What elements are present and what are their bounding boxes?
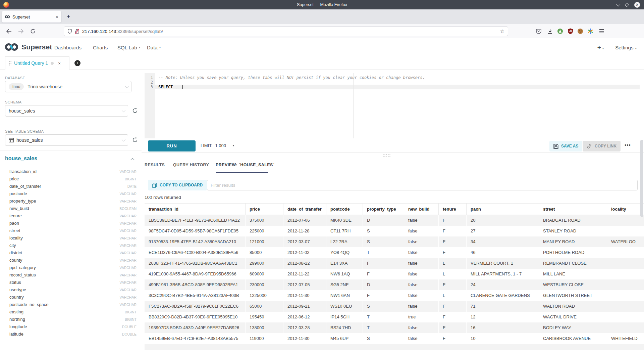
table-row[interactable]: 98F5DC47-0D05-4D59-95B7-98CA6F1FDE052250…	[145, 226, 644, 236]
settings-menu[interactable]: Settings▾	[615, 45, 637, 50]
schema-column-row[interactable]: record_statusVARCHAR	[0, 271, 142, 279]
browser-tab-close-icon[interactable]: ×	[56, 14, 58, 19]
table-header-cell[interactable]: locality	[607, 204, 644, 215]
schema-column-row[interactable]: transaction_idVARCHAR	[0, 168, 142, 175]
add-new-button[interactable]: +▾	[597, 44, 604, 51]
copy-to-clipboard-button[interactable]: COPY TO CLIPBOARD	[148, 180, 207, 190]
table-row[interactable]: 193907D3-5DBD-453D-A49E-9FEE27DAB9261380…	[145, 322, 644, 333]
schema-column-row[interactable]: localityVARCHAR	[0, 234, 142, 242]
window-maximize-icon[interactable]	[625, 3, 629, 7]
schema-column-row[interactable]: countryVARCHAR	[0, 294, 142, 301]
table-row[interactable]: 91370533-19F5-47FE-B142-A380A8ADA2101210…	[145, 236, 644, 247]
table-row[interactable]: 2636F323-FF41-4765-81DB-98CAA6A43BC12990…	[145, 258, 644, 269]
schema-column-row[interactable]: date_of_transferDATE	[0, 183, 142, 190]
schema-column-row[interactable]: northingBIGINT	[0, 316, 142, 323]
schema-sidebar: DATABASE trino Trino warehouse SCHEMA ho…	[0, 70, 142, 350]
table-header-cell[interactable]: postcode	[326, 204, 363, 215]
schema-column-row[interactable]: streetVARCHAR	[0, 227, 142, 234]
schema-column-row[interactable]: paonVARCHAR	[0, 220, 142, 227]
table-cell: F	[439, 215, 467, 226]
copy-link-button[interactable]: COPY LINK	[583, 141, 621, 151]
table-header-cell[interactable]: date_of_transfer	[283, 204, 326, 215]
table-header-cell[interactable]: new_build	[404, 204, 439, 215]
table-row[interactable]: 3C3C29DC-B7B2-4BE5-914A-A38123AF403B1225…	[145, 290, 644, 301]
schema-column-row[interactable]: tenureVARCHAR	[0, 212, 142, 220]
scrollbar-thumb[interactable]	[640, 140, 643, 217]
collapse-table-icon[interactable]	[130, 158, 134, 162]
reload-icon[interactable]	[28, 24, 38, 38]
nav-item-data[interactable]: Data▾	[147, 38, 161, 56]
browser-tab-superset[interactable]: Superset ×	[2, 11, 61, 23]
table-header-cell[interactable]: property_type	[363, 204, 404, 215]
table-schema-select[interactable]: house_sales	[5, 134, 128, 146]
schema-column-row[interactable]: priceBIGINT	[0, 175, 142, 183]
schema-column-row[interactable]: eastingBIGINT	[0, 308, 142, 316]
save-as-button[interactable]: SAVE AS	[549, 141, 582, 151]
containers-asterisk-icon[interactable]	[586, 24, 595, 38]
tab-results[interactable]: RESULTS	[145, 163, 165, 167]
run-button[interactable]: RUN	[148, 140, 196, 151]
query-tab-active[interactable]: Untitled Query 1 ×	[5, 56, 69, 70]
more-actions-button[interactable]: •••	[625, 142, 631, 148]
privacy-badger-icon[interactable]	[555, 24, 565, 38]
add-query-tab-button[interactable]: +	[74, 60, 80, 66]
table-row[interactable]: ECE1D376-C9A6-4C00-B004-A380B189FA568500…	[145, 247, 644, 258]
back-icon[interactable]	[4, 24, 13, 38]
schema-column-row[interactable]: countyVARCHAR	[0, 257, 142, 264]
shield-icon[interactable]	[67, 29, 72, 34]
sql-editor[interactable]: 1 2 3 -- Note: Unless you save your quer…	[145, 73, 640, 138]
ublock-icon[interactable]: uB	[566, 24, 575, 38]
schema-column-row[interactable]: statusVARCHAR	[0, 279, 142, 286]
drag-handle-icon[interactable]	[9, 61, 11, 65]
table-row[interactable]: F5C273AC-0D2A-458F-8279-9C61F0C22EC66500…	[145, 301, 644, 312]
tab-preview-house-sales[interactable]: PREVIEW: `HOUSE_SALES`	[216, 163, 274, 167]
table-row[interactable]: BB8320C9-D82B-4B37-90E0-9FEE05095E101954…	[145, 312, 644, 322]
pocket-icon[interactable]	[534, 24, 543, 38]
filter-results-input[interactable]	[207, 180, 638, 190]
schema-column-row[interactable]: usertypeVARCHAR	[0, 286, 142, 294]
superset-logo[interactable]: Superset	[5, 42, 52, 52]
table-row[interactable]: EB1459EB-67ED-47C8-B2E7-A38143AB55751190…	[145, 333, 644, 344]
pane-resize-handle[interactable]	[382, 154, 390, 157]
table-header-cell[interactable]: transaction_id	[145, 204, 246, 215]
limit-dropdown[interactable]: LIMIT: 1 000 ▼	[201, 138, 235, 153]
refresh-table-icon[interactable]	[132, 137, 138, 143]
results-table[interactable]: transaction_idpricedate_of_transferpostc…	[145, 203, 644, 350]
query-tab-close-icon[interactable]: ×	[58, 61, 61, 66]
table-row[interactable]: 419E1030-9A55-4467-8DA9-9FED95D659666090…	[145, 269, 644, 279]
table-header-cell[interactable]: street	[539, 204, 607, 215]
insecure-lock-icon[interactable]	[75, 29, 79, 34]
schema-column-row[interactable]: postcodeVARCHAR	[0, 190, 142, 198]
menu-hamburger-icon[interactable]	[597, 24, 606, 38]
schema-column-row[interactable]: districtVARCHAR	[0, 249, 142, 257]
table-row[interactable]: 1B5C39ED-BE7F-41EF-9E71-9C60EED74A223750…	[145, 215, 644, 226]
schema-column-row[interactable]: latitudeDOUBLE	[0, 331, 142, 338]
schema-column-row[interactable]: new_buildBOOLEAN	[0, 205, 142, 212]
forward-icon[interactable]	[16, 24, 25, 38]
schema-column-row[interactable]: longitudeDOUBLE	[0, 323, 142, 331]
schema-column-row[interactable]: ppd_categoryVARCHAR	[0, 264, 142, 271]
schema-column-row[interactable]: cityVARCHAR	[0, 242, 142, 249]
schema-column-row[interactable]: postcode_no_spaceVARCHAR	[0, 301, 142, 308]
window-close-icon[interactable]: ×	[634, 2, 640, 8]
window-minimize-icon[interactable]	[616, 2, 621, 6]
cookie-icon[interactable]	[576, 24, 585, 38]
database-select[interactable]: trino Trino warehouse	[5, 81, 131, 92]
nav-item-dashboards[interactable]: Dashboards	[54, 38, 82, 56]
url-bar[interactable]: 217.160.120.143:32393/superset/sqllab/ ☆	[64, 26, 508, 36]
table-row[interactable]: 499B1981-3B6B-4BCD-808F-9FED9802BFA12300…	[145, 279, 644, 290]
table-header-cell[interactable]: paon	[467, 204, 539, 215]
nav-item-sql-lab[interactable]: SQL Lab▾	[117, 38, 140, 56]
nav-item-charts[interactable]: Charts	[93, 38, 108, 56]
table-header-cell[interactable]: tenure	[439, 204, 467, 215]
tab-query-history[interactable]: QUERY HISTORY	[173, 163, 209, 167]
column-type: VARCHAR	[119, 199, 137, 203]
schema-select[interactable]: house_sales	[5, 105, 128, 117]
table-name-header[interactable]: house_sales	[5, 156, 37, 162]
schema-column-row[interactable]: property_typeVARCHAR	[0, 198, 142, 205]
bookmark-star-icon[interactable]: ☆	[500, 28, 504, 34]
table-header-cell[interactable]: price	[246, 204, 283, 215]
refresh-schema-icon[interactable]	[132, 108, 138, 114]
download-icon[interactable]	[545, 24, 555, 38]
new-tab-button[interactable]: +	[64, 12, 73, 21]
